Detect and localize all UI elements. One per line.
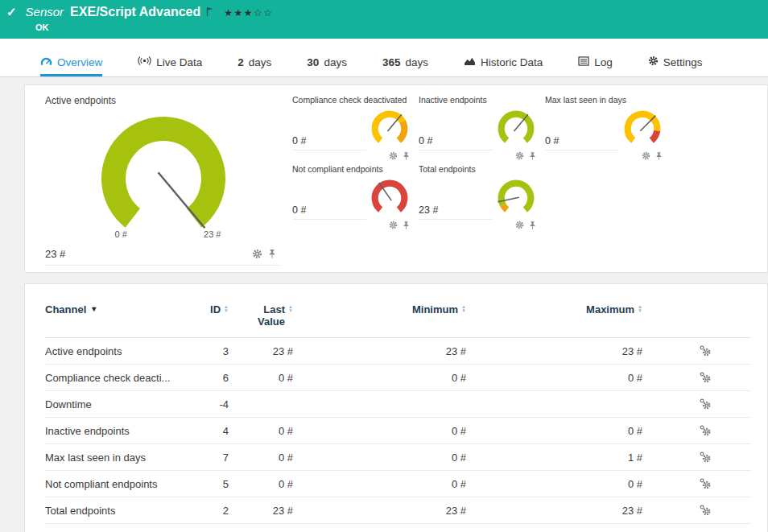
channel-settings-icon[interactable]	[699, 504, 712, 517]
channel-last-value: 23 #	[229, 345, 293, 357]
tab-365-days-number: 365	[382, 56, 401, 68]
channel-name: Downtime	[45, 398, 198, 410]
channel-minimum: 23 #	[293, 345, 466, 357]
tab-log[interactable]: Log	[578, 56, 613, 76]
gauge-chart	[493, 107, 539, 151]
gauge-title: Active endpoints	[45, 95, 281, 106]
sort-icon: ▲▼	[638, 305, 642, 313]
channel-settings-icon[interactable]	[699, 371, 712, 384]
gauge-title: Compliance check deactivated	[292, 95, 413, 107]
channel-id: 6	[198, 372, 229, 384]
gauge-value: 23 #	[419, 204, 438, 216]
channel-settings-icon[interactable]	[699, 477, 712, 490]
gear-icon[interactable]	[252, 249, 262, 259]
channel-last-value: 0 #	[229, 372, 293, 384]
table-header-row: Channel ▾ ID ▲▼ Last Value ▲▼ Minimum ▲▼…	[45, 303, 751, 338]
gear-icon[interactable]	[515, 221, 524, 230]
sensor-title: EXE/Script Advanced	[70, 5, 200, 19]
priority-flag-icon[interactable]	[206, 6, 214, 20]
channel-name: Inactive endpoints	[45, 425, 198, 437]
channel-last-value: 0 #	[229, 452, 293, 464]
gauge-scale-min: 0 #	[115, 229, 127, 239]
gauge-value: 0 #	[292, 204, 306, 216]
ok-check-icon: ✓	[6, 5, 17, 19]
channel-id: -4	[198, 398, 229, 410]
channel-minimum: 23 #	[293, 505, 466, 517]
gear-icon[interactable]	[389, 221, 398, 230]
gauge-chart	[493, 176, 539, 220]
col-header-channel-label: Channel	[45, 303, 86, 315]
tab-30-days[interactable]: 30 days	[307, 56, 347, 76]
table-row: Active endpoints 3 23 # 23 # 23 #	[45, 338, 751, 365]
tab-live-data[interactable]: Live Data	[138, 56, 202, 76]
small-gauges: Compliance check deactivated 0 # Inactiv…	[292, 95, 759, 266]
pin-icon[interactable]	[529, 151, 536, 161]
tab-overview[interactable]: Overview	[40, 56, 102, 76]
table-row: Max last seen in days 7 0 # 0 # 1 #	[45, 444, 751, 471]
col-header-last-value[interactable]: Last Value ▲▼	[229, 303, 293, 328]
gear-icon[interactable]	[515, 151, 524, 161]
tab-historic-data-label: Historic Data	[481, 56, 543, 68]
gauges-panel: Active endpoints 0 # 23 # 23 # Complianc…	[24, 85, 768, 273]
channel-settings-icon[interactable]	[699, 398, 712, 410]
channel-maximum: 0 #	[466, 478, 642, 490]
small-gauge-block: Inactive endpoints 0 #	[419, 95, 539, 161]
tab-settings-label: Settings	[663, 56, 703, 68]
col-header-minimum[interactable]: Minimum ▲▼	[293, 303, 466, 315]
col-header-id-label: ID	[210, 303, 221, 315]
priority-stars[interactable]: ★★★☆☆	[224, 7, 273, 19]
pin-icon[interactable]	[403, 151, 410, 161]
gauge-scale-max: 23 #	[204, 229, 221, 239]
channel-minimum: 0 #	[293, 478, 466, 490]
col-header-maximum[interactable]: Maximum ▲▼	[466, 303, 642, 315]
gauge-value: 0 #	[545, 135, 559, 146]
tab-bar: Overview Live Data 2 days 30 days 365 da…	[0, 39, 768, 77]
channel-name: Active endpoints	[45, 345, 198, 357]
channel-minimum: 0 #	[293, 425, 466, 437]
pin-icon[interactable]	[655, 151, 663, 161]
channel-id: 3	[198, 345, 229, 357]
col-header-id[interactable]: ID ▲▼	[198, 303, 229, 315]
sensor-header: ✓ Sensor EXE/Script Advanced ★★★☆☆ OK	[0, 0, 768, 39]
col-header-channel[interactable]: Channel ▾	[45, 303, 198, 315]
table-row: Not compliant endpoints 5 0 # 0 # 0 #	[45, 471, 751, 497]
channel-id: 5	[198, 478, 229, 490]
gauge-value: 0 #	[419, 135, 432, 146]
channel-last-value: 0 #	[229, 478, 293, 490]
channel-table-panel: Channel ▾ ID ▲▼ Last Value ▲▼ Minimum ▲▼…	[24, 283, 768, 532]
pin-icon[interactable]	[529, 221, 536, 230]
channel-minimum: 0 #	[293, 372, 466, 384]
channel-id: 4	[198, 425, 229, 437]
gauge-chart	[619, 107, 666, 151]
table-row: Inactive endpoints 4 0 # 0 # 0 #	[45, 418, 751, 444]
channel-last-value: 23 #	[229, 505, 293, 517]
gauge-title: Not compliant endpoints	[292, 164, 413, 176]
channel-maximum: 23 #	[466, 345, 642, 357]
small-gauge-block: Total endpoints 23 #	[419, 164, 539, 230]
gauge-chart	[83, 108, 244, 246]
small-gauge-block: Not compliant endpoints 0 #	[292, 164, 413, 230]
tab-365-days-label: days	[405, 56, 428, 68]
tab-settings[interactable]: Settings	[648, 56, 703, 76]
log-icon	[578, 56, 589, 68]
tab-overview-label: Overview	[57, 56, 102, 68]
channel-settings-icon[interactable]	[699, 344, 712, 357]
gauge-title: Total endpoints	[419, 164, 539, 176]
col-header-minimum-label: Minimum	[412, 303, 458, 315]
pin-icon[interactable]	[403, 221, 410, 230]
gauge-chart	[366, 107, 413, 151]
tab-365-days[interactable]: 365 days	[382, 56, 428, 76]
content-area: Active endpoints 0 # 23 # 23 # Complianc…	[0, 77, 768, 532]
channel-maximum: 23 #	[466, 505, 642, 517]
tab-2-days[interactable]: 2 days	[237, 56, 271, 76]
table-row: Total endpoints 2 23 # 23 # 23 #	[45, 497, 751, 524]
table-row: Compliance check deacti... 6 0 # 0 # 0 #	[45, 365, 751, 391]
channel-settings-icon[interactable]	[699, 451, 712, 464]
gear-icon[interactable]	[389, 151, 398, 161]
tab-30-days-number: 30	[307, 56, 319, 68]
pin-icon[interactable]	[268, 249, 276, 259]
gear-icon[interactable]	[642, 151, 650, 161]
sort-caret-icon: ▾	[92, 304, 96, 313]
channel-settings-icon[interactable]	[699, 424, 712, 437]
tab-historic-data[interactable]: Historic Data	[464, 56, 543, 76]
